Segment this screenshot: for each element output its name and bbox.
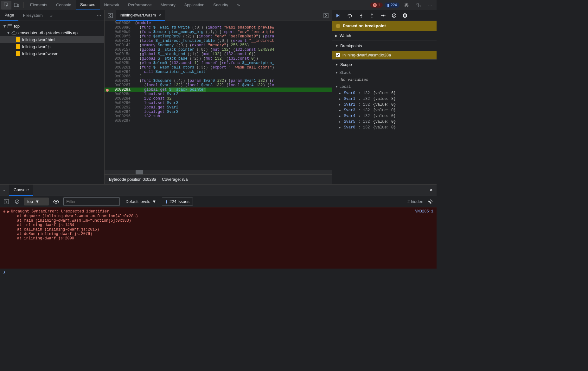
tab-elements[interactable]: Elements (26, 0, 52, 10)
more-icon[interactable]: ⋯ (425, 1, 435, 9)
code-line[interactable]: 0x000a6 (func $__wasi_fd_write (;0;) (im… (105, 25, 332, 30)
gutter[interactable]: 0x00264 (105, 70, 134, 74)
tree-origin[interactable]: ▼ emscripten-dbg-stories.netlify.ap (0, 29, 104, 36)
gutter[interactable]: 0x00292 (105, 105, 134, 110)
device-icon[interactable] (11, 1, 22, 10)
gear-icon[interactable] (426, 198, 434, 205)
tab-performance[interactable]: Performance (124, 0, 156, 10)
gutter[interactable]: 0x00161 (105, 56, 134, 61)
gutter[interactable]: 0x00290 (105, 101, 134, 105)
toggle-debug-icon[interactable] (320, 11, 332, 20)
tab-overflow-icon[interactable]: » (233, 0, 244, 10)
scope-variable[interactable]: ▶$var3: i32{value: 0} (332, 107, 437, 113)
code-line[interactable]: 0x00297 (105, 119, 332, 123)
errors-badge[interactable]: ✕ 1 (370, 3, 383, 8)
code-line[interactable]: 0x00157 (global $__stack_pointer (;0;) (… (105, 48, 332, 52)
scope-variable[interactable]: ▶$var6: i32{value: 0} (332, 125, 437, 130)
code-line[interactable]: 0x00267 (func $dsquare (;4;) (param $var… (105, 79, 332, 83)
code-line[interactable]: 0x0028e i32.const 32 (105, 96, 332, 101)
step-into-button[interactable] (357, 12, 365, 19)
tab-console[interactable]: Console (52, 0, 76, 10)
gutter[interactable]: 0x00137 (105, 39, 134, 43)
scope-local[interactable]: ▼Local (332, 83, 437, 90)
breakpoint-item[interactable]: inlining-dwarf.wasm:0x28a (332, 51, 437, 59)
code-line[interactable]: 0x00000(module (105, 21, 332, 25)
code-line[interactable]: 0x0028a global.get $__stack_pointer (105, 88, 332, 92)
breakpoints-section[interactable]: ▼Breakpoints (332, 41, 437, 51)
stack-link[interactable]: inlining-dwarf.js:2015 (47, 227, 97, 232)
step-out-button[interactable] (368, 12, 376, 19)
code-line[interactable]: 0x000c9 (func $emscripten_memcpy_big (;1… (105, 30, 332, 34)
step-over-button[interactable] (346, 12, 354, 19)
tab-security[interactable]: Security (209, 0, 233, 10)
tab-memory[interactable]: Memory (156, 0, 180, 10)
gutter[interactable]: 0x000f5 (105, 34, 134, 39)
breakpoint-dot-icon[interactable] (106, 89, 109, 92)
tree-file[interactable]: inlining-dwarf.js (0, 43, 104, 50)
stack-link[interactable]: inlining-dwarf.js:2079 (40, 232, 90, 236)
gutter[interactable]: 0x00297 (105, 119, 134, 123)
tree-file[interactable]: inlining-dwarf.wasm (0, 50, 104, 57)
stack-link[interactable]: inlining-dwarf.wasm:…m-function[5]:0x383 (38, 218, 129, 223)
code-area[interactable]: 0x00000(module0x000a6 (func $__wasi_fd_w… (105, 21, 332, 170)
code-line[interactable]: 0x00264 call $emscripten_stack_init (105, 70, 332, 74)
gutter[interactable]: 0x00267 (105, 83, 134, 88)
scope-variable[interactable]: ▶$var0: i32{value: 6} (332, 90, 437, 96)
nav-menu-icon[interactable]: ⋯ (94, 11, 104, 20)
gutter[interactable]: 0x0015c (105, 52, 134, 56)
code-line[interactable]: 0x00137 (table $__indirect_function_tabl… (105, 39, 332, 43)
code-line[interactable]: 0x00294 local.get $var3 (105, 110, 332, 114)
code-line[interactable]: 0x000f5 (func $setTempRet0 (;2;) (import… (105, 34, 332, 39)
editor-tab[interactable]: inlining-dwarf.wasm × (116, 10, 165, 21)
gutter[interactable]: 0x00296 (105, 114, 134, 119)
close-icon[interactable]: × (425, 184, 437, 196)
gear-icon[interactable] (401, 1, 412, 10)
scope-variable[interactable]: ▶$var4: i32{value: 0} (332, 113, 437, 119)
pause-on-exceptions-button[interactable] (401, 12, 409, 19)
code-line[interactable]: 0x0025b (elem $elem0 (i32.const 1) funcr… (105, 61, 332, 65)
watch-section[interactable]: ▶Watch (332, 31, 437, 41)
code-line[interactable]: 0x00266 ) (105, 74, 332, 79)
console-output[interactable]: ⊗ ▶ Uncaught SyntaxError: Unexpected ide… (0, 207, 437, 269)
nav-tab-filesystem[interactable]: Filesystem (18, 10, 47, 20)
gutter[interactable]: 0x00000 (105, 21, 134, 25)
inspect-icon[interactable] (1, 1, 11, 10)
gutter[interactable]: 0x0025b (105, 61, 134, 65)
tab-application[interactable]: Application (180, 0, 209, 10)
issues-button[interactable]: ▮ 224 Issues (162, 198, 193, 205)
code-line[interactable]: 0x00290 local.set $var3 (105, 101, 332, 105)
code-line[interactable]: 0x0015c (global $__stack_end (;1;) (mut … (105, 52, 332, 56)
scope-variable[interactable]: ▶$var2: i32{value: 0} (332, 102, 437, 107)
stack-link[interactable]: inlining-dwarf.wasm:…m-function[4]:0x28a (44, 214, 136, 218)
toggle-nav-icon[interactable] (105, 11, 116, 20)
scope-variable[interactable]: ▶$var1: i32{value: 8} (332, 96, 437, 102)
live-expression-icon[interactable] (52, 199, 60, 205)
stack-link[interactable]: inlining-dwarf.js:1454 (24, 223, 74, 227)
code-line[interactable]: 0x0028c local.set $var2 (105, 92, 332, 96)
resume-button[interactable] (335, 12, 343, 19)
hidden-count[interactable]: 2 hidden (407, 199, 423, 204)
code-line[interactable]: 0x00292 local.get $var2 (105, 105, 332, 110)
stack-link[interactable]: inlining-dwarf.js:2090 (24, 236, 74, 241)
gutter[interactable]: 0x0028a (105, 88, 134, 92)
chevron-right-icon[interactable]: ▶ (7, 209, 11, 214)
gutter[interactable]: 0x00261 (105, 65, 134, 70)
code-line[interactable]: 0x00261 (func $__wasm_call_ctors (;3;) (… (105, 65, 332, 70)
gutter[interactable]: 0x00142 (105, 43, 134, 48)
error-source-link[interactable]: VM3285:1 (415, 209, 433, 214)
gutter[interactable]: 0x00157 (105, 48, 134, 52)
drawer-tab-console[interactable]: Console (9, 185, 33, 196)
gutter[interactable]: 0x0028e (105, 96, 134, 101)
step-button[interactable] (379, 12, 387, 19)
console-prompt[interactable]: ❯ (0, 269, 437, 276)
gutter[interactable]: 0x0028c (105, 92, 134, 96)
context-select[interactable]: top ▼ (24, 198, 49, 205)
gutter[interactable]: 0x000a6 (105, 25, 134, 30)
nav-tab-overflow-icon[interactable]: » (48, 11, 54, 20)
clear-console-icon[interactable] (13, 198, 21, 205)
close-icon[interactable]: × (158, 13, 161, 18)
scope-variable[interactable]: ▶$var5: i32{value: 0} (332, 119, 437, 125)
code-line[interactable]: 0x00161 (global $__stack_base (;2;) (mut… (105, 56, 332, 61)
scope-section[interactable]: ▼Scope (332, 60, 437, 69)
code-line[interactable]: 0x00296 i32.sub (105, 114, 332, 119)
